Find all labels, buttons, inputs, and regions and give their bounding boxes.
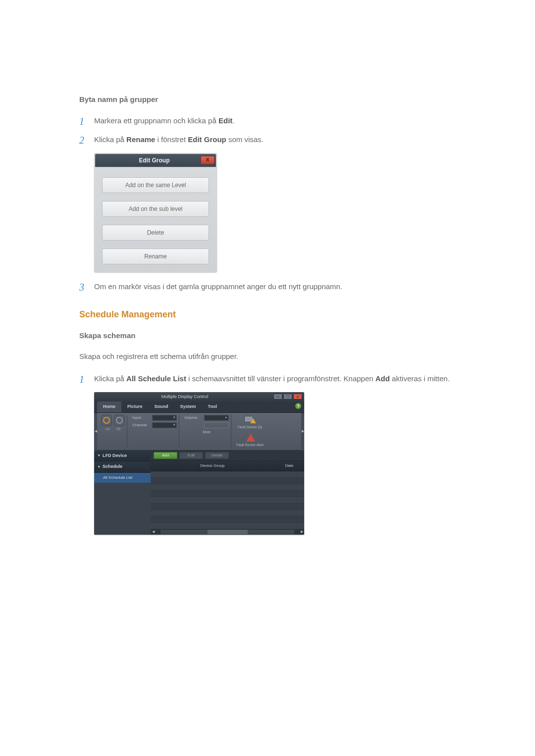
app-window: Multiple Display Control ‒ □ x Home Pict… [94,392,304,535]
step-text: Om en markör visas i det gamla gruppnamn… [94,281,456,293]
fault-device-alert[interactable]: Fault Device Alert [236,433,264,448]
power-on-button[interactable] [101,415,112,426]
table-row [151,478,304,484]
tab-picture[interactable]: Picture [121,402,149,412]
step-text: Klicka på Rename i fönstret Edit Group s… [94,134,456,146]
label-volume: Volume [184,415,202,421]
ribbon-group-power: On Off [99,415,127,448]
mute-button[interactable] [204,422,229,428]
table-row [151,510,304,516]
dialog-title: Edit Group [95,156,201,165]
minimize-button[interactable]: ‒ [273,394,282,400]
grid-header: Device Group Date [151,461,304,471]
panel-collapse-right[interactable]: ▶ [301,413,304,451]
grid-body [151,471,304,529]
text: i schemaavsnittet till vänster i program… [186,374,375,383]
tab-system[interactable]: System [174,402,202,412]
scrollbar-thumb[interactable] [208,530,248,534]
bold-edit: Edit [218,116,232,125]
delete-button[interactable]: Delete [205,452,229,459]
sidebar-label: LFD Device [103,453,127,459]
app-title-bar: Multiple Display Control ‒ □ x [94,392,304,402]
tab-home[interactable]: Home [97,402,121,412]
step-number: 1 [79,115,94,127]
step-1: 1 Markera ett gruppnamn och klicka på Ed… [79,115,456,127]
table-row [151,484,304,491]
text: Klicka på [94,135,126,144]
chevron-down-icon: ▾ [173,415,175,420]
chevron-down-icon: ▾ [173,422,175,428]
help-button[interactable]: ? [295,403,301,409]
chevron-down-icon: ▸ [225,415,227,420]
app-tabs: Home Picture Sound System Tool ? [94,402,304,413]
column-date: Date [274,463,304,469]
volume-select[interactable]: ▸ [204,415,229,421]
scroll-right-icon: ▶ [299,529,304,535]
app-title: Multiple Display Control [96,394,273,401]
subsection-title-create-schedules: Skapa scheman [79,330,456,342]
add-same-level-button[interactable]: Add on the same Level [102,177,209,193]
main-panel: Add Edit Delete Device Group Date [151,451,304,535]
step-1: 1 Klicka på All Schedule List i schemaav… [79,373,456,385]
sidebar-section-lfd[interactable]: ▾ LFD Device [94,451,151,462]
step-3: 3 Om en markör visas i det gamla gruppna… [79,281,456,293]
section-title-schedule-management: Schedule Management [79,308,456,321]
step-number: 1 [79,373,94,385]
dialog-body: Add on the same Level Add on the sub lev… [95,167,216,271]
steps-rename: 1 Markera ett gruppnamn och klicka på Ed… [79,115,456,146]
sidebar-item-all-schedule-list[interactable]: All Schedule List [94,473,151,483]
delete-button[interactable]: Delete [102,225,209,241]
maximize-button[interactable]: □ [283,394,292,400]
steps-rename-continued: 3 Om en markör visas i det gamla gruppna… [79,281,456,293]
power-off-button[interactable] [114,415,125,426]
ribbon: On Off Input ▾ Channel ▾ [97,413,301,451]
text: Markera ett gruppnamn och klicka på [94,116,218,125]
dialog-window: Edit Group x Add on the same Level Add o… [94,153,217,272]
window-controls: ‒ □ x [273,394,302,400]
bold-add: Add [375,374,390,383]
step-text: Markera ett gruppnamn och klicka på Edit… [94,115,456,127]
fault-alert-label: Fault Device Alert [236,443,264,448]
column-device-group: Device Group [151,463,274,469]
input-select[interactable]: ▾ [152,415,177,421]
subsection-title-rename-groups: Byta namn på grupper [79,94,456,105]
step-2: 2 Klicka på Rename i fönstret Edit Group… [79,134,456,146]
step-number: 3 [79,281,94,293]
channel-select[interactable]: ▾ [152,422,177,428]
table-row [151,491,304,497]
label-on: On [106,427,110,432]
rename-button[interactable]: Rename [102,249,209,264]
text: i fönstret [155,135,188,144]
text: . [232,116,234,125]
bold-all-schedule-list: All Schedule List [126,374,186,383]
table-row [151,516,304,523]
fault-info-label: Fault Device (0) [238,425,262,430]
sidebar-label: Schedule [103,463,122,470]
text: aktiveras i mitten. [390,374,450,383]
bold-rename: Rename [126,135,155,144]
close-button[interactable]: x [293,394,302,400]
label-input: Input [132,415,150,421]
text: Klicka på [94,374,126,383]
fault-alert-icon [244,433,255,442]
figure-mdc-app: Multiple Display Control ‒ □ x Home Pict… [94,392,304,535]
add-sub-level-button[interactable]: Add on the sub level [102,201,209,217]
add-button[interactable]: Add [154,452,177,459]
sidebar-section-schedule[interactable]: ▾ Schedule [94,461,151,473]
scroll-left-icon: ◀ [151,529,156,535]
edit-button[interactable]: Edit [179,452,203,459]
step-number: 2 [79,134,94,146]
step-text: Klicka på All Schedule List i schemaavsn… [94,373,456,385]
sidebar: ▾ LFD Device ▾ Schedule All Schedule Lis… [94,451,151,535]
tab-tool[interactable]: Tool [202,402,223,412]
dialog-title-bar: Edit Group x [95,154,216,167]
tab-sound[interactable]: Sound [149,402,174,412]
ribbon-group-input: Input ▾ Channel ▾ [130,415,179,448]
horizontal-scrollbar[interactable]: ◀ ▶ [151,529,304,535]
close-button[interactable]: x [201,156,214,164]
table-row [151,497,304,504]
fault-device-info[interactable]: Fault Device (0) [238,415,262,430]
ribbon-group-volume: Volume ▸ Mute [182,415,231,448]
power-icon [103,417,110,424]
figure-edit-group-dialog: Edit Group x Add on the same Level Add o… [94,153,217,272]
